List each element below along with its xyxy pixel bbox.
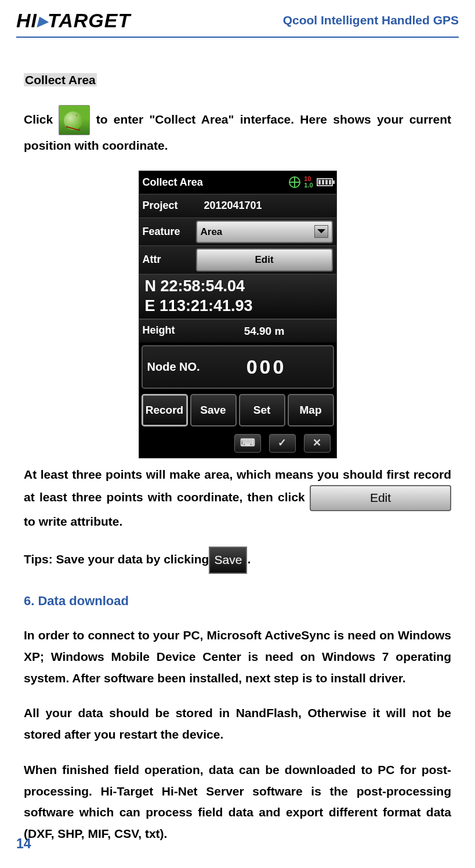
body-text: When finished field operation, data can … bbox=[24, 760, 451, 845]
height-label: Height bbox=[143, 321, 196, 340]
record-button[interactable]: Record bbox=[142, 394, 188, 426]
project-label: Project bbox=[143, 197, 196, 215]
chevron-down-icon[interactable] bbox=[314, 225, 328, 238]
body-text: All your data should be stored in NandFl… bbox=[24, 703, 451, 746]
document-title: Qcool Intelligent Handled GPS bbox=[283, 13, 459, 27]
feature-label: Feature bbox=[143, 223, 196, 241]
body-text: . bbox=[247, 552, 251, 566]
header-rule bbox=[16, 37, 459, 38]
node-value: 000 bbox=[205, 350, 328, 385]
attr-label: Attr bbox=[143, 251, 196, 269]
inline-save-button: Save bbox=[209, 547, 247, 574]
page-number: 14 bbox=[16, 836, 31, 852]
body-text: In order to connect to your PC, Microsof… bbox=[24, 625, 451, 689]
map-button[interactable]: Map bbox=[288, 394, 334, 426]
feature-value: Area bbox=[201, 223, 223, 241]
section-heading-data-download: 6. Data download bbox=[24, 590, 451, 613]
gps-status-icon bbox=[289, 176, 300, 188]
node-label: Node NO. bbox=[147, 357, 200, 377]
body-text: Tips: Save your data by clicking bbox=[24, 552, 209, 566]
collect-area-icon bbox=[59, 105, 90, 135]
set-button[interactable]: Set bbox=[239, 394, 285, 426]
gps-precision: 1.0 bbox=[304, 182, 313, 189]
keyboard-icon[interactable]: ⌨ bbox=[234, 434, 261, 453]
inline-edit-button: Edit bbox=[310, 485, 451, 511]
device-screenshot: Collect Area 10 1.0 Project 2012041701 F… bbox=[139, 171, 337, 458]
coordinate-north: N 22:58:54.04 bbox=[145, 277, 331, 296]
save-button[interactable]: Save bbox=[190, 394, 237, 426]
feature-dropdown[interactable]: Area bbox=[196, 220, 333, 244]
height-value: 54.90 m bbox=[196, 321, 333, 341]
close-icon[interactable]: ✕ bbox=[304, 434, 331, 453]
attr-edit-button[interactable]: Edit bbox=[196, 248, 333, 272]
battery-icon bbox=[317, 178, 333, 186]
logo: HI▸TARGET bbox=[16, 9, 130, 32]
body-text: to write attribute. bbox=[24, 515, 122, 528]
coordinate-east: E 113:21:41.93 bbox=[145, 296, 331, 316]
section-title-collect-area: Collect Area bbox=[24, 73, 97, 86]
project-value: 2012041701 bbox=[196, 197, 333, 215]
screen-title: Collect Area bbox=[143, 173, 203, 192]
ok-icon[interactable]: ✓ bbox=[269, 434, 296, 453]
body-text: Click bbox=[24, 112, 59, 125]
